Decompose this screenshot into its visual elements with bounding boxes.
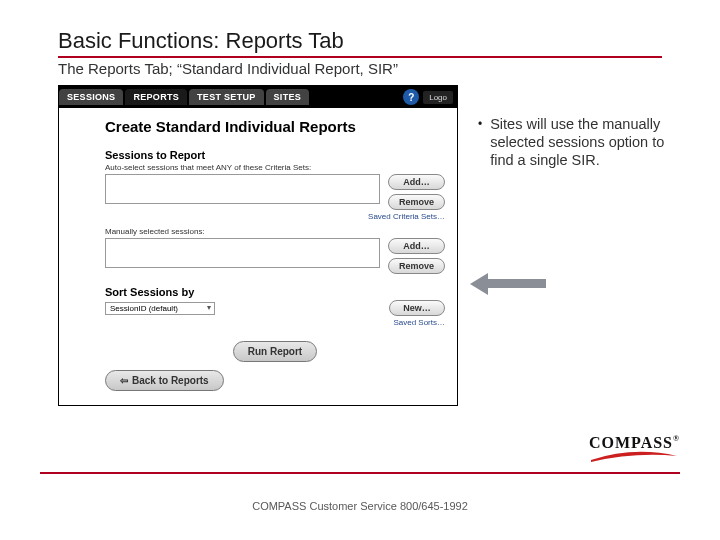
sessions-to-report-label: Sessions to Report	[105, 149, 445, 161]
tab-test-setup[interactable]: TEST SETUP	[189, 89, 264, 105]
criteria-listbox[interactable]	[105, 174, 380, 204]
saved-criteria-link[interactable]: Saved Criteria Sets…	[105, 212, 445, 221]
back-arrow-icon: ⇦	[120, 375, 128, 386]
tab-reports[interactable]: REPORTS	[125, 89, 187, 105]
app-heading: Create Standard Individual Reports	[105, 118, 445, 135]
remove-criteria-button[interactable]: Remove	[388, 194, 445, 210]
add-manual-button[interactable]: Add…	[388, 238, 445, 254]
bullet-dot-icon: •	[478, 117, 482, 169]
slide-title: Basic Functions: Reports Tab	[58, 28, 720, 54]
back-label: Back to Reports	[132, 375, 209, 386]
tabs-bar: SESSIONS REPORTS TEST SETUP SITES ? Logo	[59, 86, 457, 108]
notes-column: • Sites will use the manually selected s…	[478, 85, 678, 169]
new-sort-button[interactable]: New…	[389, 300, 445, 316]
brand-text: COMPASS	[589, 434, 673, 451]
slide-subtitle: The Reports Tab; “Standard Individual Re…	[58, 60, 720, 77]
manual-listbox[interactable]	[105, 238, 380, 268]
footer-divider	[40, 472, 680, 474]
remove-manual-button[interactable]: Remove	[388, 258, 445, 274]
sort-value: SessionID (default)	[110, 304, 178, 313]
logo-chip: Logo	[423, 91, 453, 104]
app-body: Create Standard Individual Reports Sessi…	[59, 108, 457, 405]
app-screenshot: ↖ SESSIONS REPORTS TEST SETUP SITES ? Lo…	[58, 85, 458, 406]
swoosh-icon	[589, 450, 679, 464]
title-underline	[58, 56, 662, 58]
tab-sites[interactable]: SITES	[266, 89, 310, 105]
footer-text: COMPASS Customer Service 800/645-1992	[0, 500, 720, 512]
manual-select-label: Manually selected sessions:	[105, 227, 445, 236]
auto-select-label: Auto-select sessions that meet ANY of th…	[105, 163, 445, 172]
add-criteria-button[interactable]: Add…	[388, 174, 445, 190]
bullet-text: Sites will use the manually selected ses…	[490, 115, 678, 169]
sort-label: Sort Sessions by	[105, 286, 445, 298]
run-report-button[interactable]: Run Report	[233, 341, 317, 362]
content-row: ↖ SESSIONS REPORTS TEST SETUP SITES ? Lo…	[58, 85, 720, 406]
back-to-reports-button[interactable]: ⇦Back to Reports	[105, 370, 224, 391]
help-icon[interactable]: ?	[403, 89, 419, 105]
compass-logo: COMPASS®	[589, 434, 680, 464]
bullet-item: • Sites will use the manually selected s…	[478, 115, 678, 169]
tab-sessions[interactable]: SESSIONS	[59, 89, 123, 105]
registered-icon: ®	[673, 434, 680, 443]
saved-sorts-link[interactable]: Saved Sorts…	[105, 318, 445, 327]
sort-dropdown[interactable]: SessionID (default)	[105, 302, 215, 315]
